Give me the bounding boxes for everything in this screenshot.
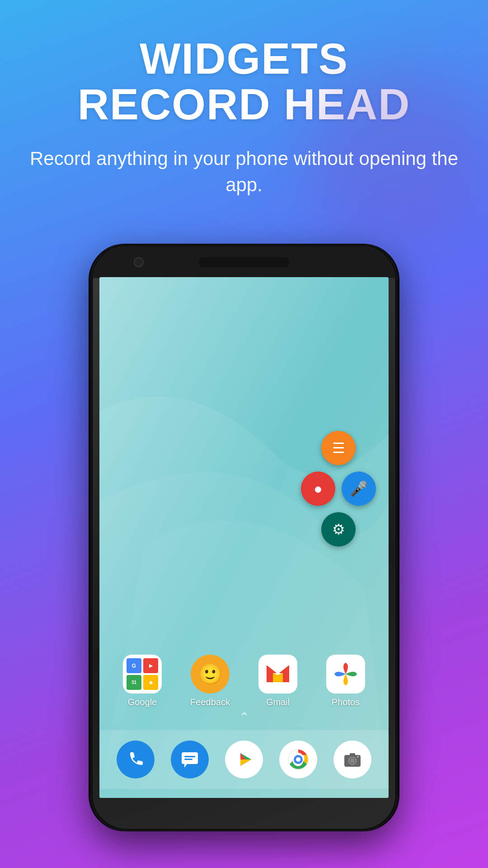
google-logo: G bbox=[136, 318, 148, 336]
status-right-icons: ⊖ ↕ ▾ 📶 🔋 10:46 AM bbox=[294, 282, 380, 292]
bottom-dock bbox=[99, 730, 389, 789]
google-search-bar[interactable]: G Say "Ok Google" 🎤 bbox=[126, 311, 363, 343]
feedback-app-label: Feedback bbox=[190, 697, 230, 708]
svg-point-20 bbox=[357, 756, 359, 758]
image-status-icon: 🖼 bbox=[132, 283, 139, 291]
search-mic-icon: 🎤 bbox=[336, 320, 352, 335]
photos-app-label: Photos bbox=[332, 697, 360, 708]
svg-point-15 bbox=[296, 757, 300, 762]
front-camera bbox=[134, 257, 144, 267]
svg-rect-19 bbox=[350, 753, 355, 756]
drawer-handle[interactable]: ⌃ bbox=[239, 710, 249, 725]
phone-shell: 🎙 🎤 🖼 ⬤ 📊 ⊖ ↕ ▾ 📶 🔋 10:46 AM bbox=[90, 244, 398, 831]
gmail-app-label: Gmail bbox=[266, 697, 290, 708]
svg-point-18 bbox=[350, 759, 355, 763]
phone-top-bar bbox=[93, 246, 395, 278]
app-item-photos[interactable]: Photos bbox=[319, 655, 373, 708]
phone-side-button bbox=[396, 450, 398, 477]
minus-icon: ⊖ bbox=[294, 283, 300, 292]
svg-rect-4 bbox=[182, 752, 198, 764]
arrow-icon: ↕ bbox=[302, 283, 306, 291]
subtitle: Record anything in your phone without op… bbox=[27, 146, 461, 199]
google-app-label: Google bbox=[128, 697, 157, 708]
svg-rect-6 bbox=[184, 756, 195, 757]
record-fab[interactable]: ● bbox=[301, 472, 335, 506]
dock-chrome-icon[interactable] bbox=[279, 741, 317, 778]
search-placeholder: Say "Ok Google" bbox=[155, 321, 328, 333]
battery-icon: 🔋 bbox=[327, 283, 336, 292]
header-section: WIDGETS RECORD HEAD Record anything in y… bbox=[0, 0, 488, 217]
gmail-app-icon bbox=[258, 655, 297, 693]
svg-marker-5 bbox=[184, 764, 187, 768]
dock-phone-icon[interactable] bbox=[117, 741, 155, 778]
dock-play-icon[interactable] bbox=[225, 741, 263, 778]
svg-marker-10 bbox=[240, 760, 251, 766]
app-icons-row: G ▶ 31 ◆ Google 🙂 Feedback bbox=[99, 655, 389, 708]
feedback-app-icon: 🙂 bbox=[191, 655, 230, 693]
app-item-feedback[interactable]: 🙂 Feedback bbox=[183, 655, 237, 708]
dock-messages-icon[interactable] bbox=[171, 741, 209, 778]
main-title: WIDGETS RECORD HEAD bbox=[27, 36, 461, 127]
dock-camera-icon[interactable] bbox=[333, 741, 371, 778]
phone-mockup: 🎙 🎤 🖼 ⬤ 📊 ⊖ ↕ ▾ 📶 🔋 10:46 AM bbox=[90, 244, 398, 831]
wifi-icon: ▾ bbox=[309, 283, 312, 292]
app-grid: G ▶ 31 ◆ Google 🙂 Feedback bbox=[108, 655, 380, 708]
settings-fab[interactable]: ⚙ bbox=[321, 512, 356, 547]
record-mic-row: ● 🎤 bbox=[301, 472, 376, 506]
app-item-google[interactable]: G ▶ 31 ◆ Google bbox=[115, 655, 169, 708]
svg-rect-7 bbox=[184, 759, 192, 760]
mic-fab[interactable]: 🎤 bbox=[342, 472, 376, 506]
menu-fab[interactable]: ☰ bbox=[321, 431, 356, 465]
phone-screen: 🎙 🎤 🖼 ⬤ 📊 ⊖ ↕ ▾ 📶 🔋 10:46 AM bbox=[99, 277, 389, 798]
circle-status-icon: ⬤ bbox=[143, 283, 151, 292]
app-item-gmail[interactable]: Gmail bbox=[251, 655, 305, 708]
speaker-grille bbox=[199, 257, 289, 267]
status-left-icons: 🎙 🎤 🖼 ⬤ 📊 bbox=[108, 283, 164, 292]
status-time: 10:46 AM bbox=[340, 282, 380, 292]
signal-icon: 📶 bbox=[315, 283, 324, 292]
floating-buttons-group: ☰ ● 🎤 ⚙ bbox=[301, 431, 376, 547]
google-app-icon: G ▶ 31 ◆ bbox=[123, 655, 162, 693]
mic-status-icon: 🎙 bbox=[108, 283, 116, 291]
mic2-status-icon: 🎤 bbox=[119, 283, 128, 292]
photos-app-icon bbox=[326, 655, 365, 693]
status-bar: 🎙 🎤 🖼 ⬤ 📊 ⊖ ↕ ▾ 📶 🔋 10:46 AM bbox=[99, 277, 389, 297]
chart-status-icon: 📊 bbox=[155, 283, 164, 292]
